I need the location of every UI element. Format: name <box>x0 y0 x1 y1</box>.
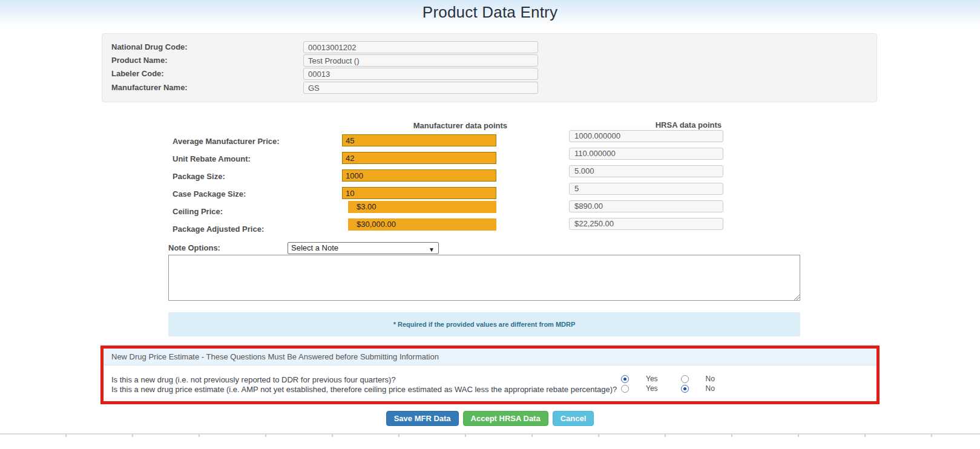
package-size-label: Package Size: <box>173 172 225 181</box>
ceiling-price-hrsa-value: $890.00 <box>569 200 723 212</box>
product-name-input[interactable] <box>303 54 538 67</box>
mfr-column-header: Manufacturer data points <box>342 121 507 130</box>
amp-hrsa-value: 1000.000000 <box>569 130 723 142</box>
product-name-label: Product Name: <box>111 56 167 65</box>
textarea-resize-handle[interactable] <box>794 294 800 300</box>
ceiling-price-label: Ceiling Price: <box>173 207 223 216</box>
q1-no-label: No <box>706 375 715 383</box>
page-title: Product Data Entry <box>0 3 980 22</box>
labeler-code-input[interactable] <box>303 68 538 80</box>
q2-yes-radio[interactable] <box>621 385 629 393</box>
ndc-input[interactable] <box>303 41 538 53</box>
case-package-size-label: Case Package Size: <box>173 189 246 198</box>
ndc-row: National Drug Code: <box>102 41 876 53</box>
table-top-edge <box>0 433 980 437</box>
q1-no-radio[interactable] <box>681 375 689 383</box>
price-estimate-question-radios: Yes No <box>621 384 715 393</box>
ceiling-price-mfr-value: $3.00 <box>348 201 496 213</box>
price-estimate-question-text: Is this a new drug price estimate (i.e. … <box>111 385 617 394</box>
chevron-down-icon: ▼ <box>429 244 435 255</box>
manufacturer-name-input[interactable] <box>303 82 538 94</box>
product-info-panel: National Drug Code: Product Name: Labele… <box>102 33 877 102</box>
required-note-banner: * Required if the provided values are di… <box>168 312 800 336</box>
package-size-mfr-input[interactable] <box>342 169 496 182</box>
q1-yes-radio[interactable] <box>621 375 629 383</box>
case-package-size-hrsa-value: 5 <box>569 183 723 195</box>
case-package-size-mfr-input[interactable] <box>342 187 496 199</box>
note-options-selected-value: Select a Note <box>291 243 338 252</box>
ndc-label: National Drug Code: <box>111 42 188 51</box>
action-button-row: Save MFR Data Accept HRSA Data Cancel <box>0 411 980 426</box>
amp-label: Average Manufacturer Price: <box>173 137 280 146</box>
save-mfr-data-button[interactable]: Save MFR Data <box>386 411 459 426</box>
amp-mfr-input[interactable] <box>342 134 496 146</box>
price-estimate-question-row: Is this a new drug price estimate (i.e. … <box>104 384 876 394</box>
ura-hrsa-value: 110.000000 <box>569 148 723 160</box>
ura-mfr-input[interactable] <box>342 152 496 164</box>
note-comments-textarea[interactable] <box>168 255 800 301</box>
accept-hrsa-data-button[interactable]: Accept HRSA Data <box>463 411 548 426</box>
manufacturer-name-row: Manufacturer Name: <box>102 82 876 94</box>
q2-no-radio[interactable] <box>681 385 689 393</box>
cancel-button[interactable]: Cancel <box>553 411 594 426</box>
note-options-select[interactable]: Select a Note ▼ <box>288 242 439 254</box>
new-drug-question-text: Is this a new drug (i.e. not previously … <box>111 375 396 384</box>
package-adjusted-price-label: Package Adjusted Price: <box>173 224 264 234</box>
manufacturer-name-label: Manufacturer Name: <box>111 83 188 92</box>
q2-yes-label: Yes <box>646 384 658 393</box>
ura-label: Unit Rebate Amount: <box>173 154 251 163</box>
package-adjusted-price-hrsa-value: $22,250.00 <box>569 218 723 230</box>
new-drug-question-radios: Yes No <box>621 375 715 383</box>
labeler-code-label: Labeler Code: <box>111 69 164 78</box>
new-drug-section-header: New Drug Price Estimate - These Question… <box>104 349 876 365</box>
q2-no-label: No <box>706 384 715 393</box>
note-options-label: Note Options: <box>168 243 220 252</box>
labeler-code-row: Labeler Code: <box>102 68 876 80</box>
package-adjusted-price-mfr-value: $30,000.00 <box>348 218 496 231</box>
product-data-entry-page: Product Data Entry National Drug Code: P… <box>0 0 980 449</box>
new-drug-estimate-section: New Drug Price Estimate - These Question… <box>100 346 880 404</box>
q1-yes-label: Yes <box>646 375 658 383</box>
product-name-row: Product Name: <box>102 54 876 67</box>
package-size-hrsa-value: 5.000 <box>569 165 723 177</box>
hrsa-column-header: HRSA data points <box>569 120 722 129</box>
required-note-text: * Required if the provided values are di… <box>393 321 576 328</box>
new-drug-question-row: Is this a new drug (i.e. not previously … <box>104 375 876 384</box>
